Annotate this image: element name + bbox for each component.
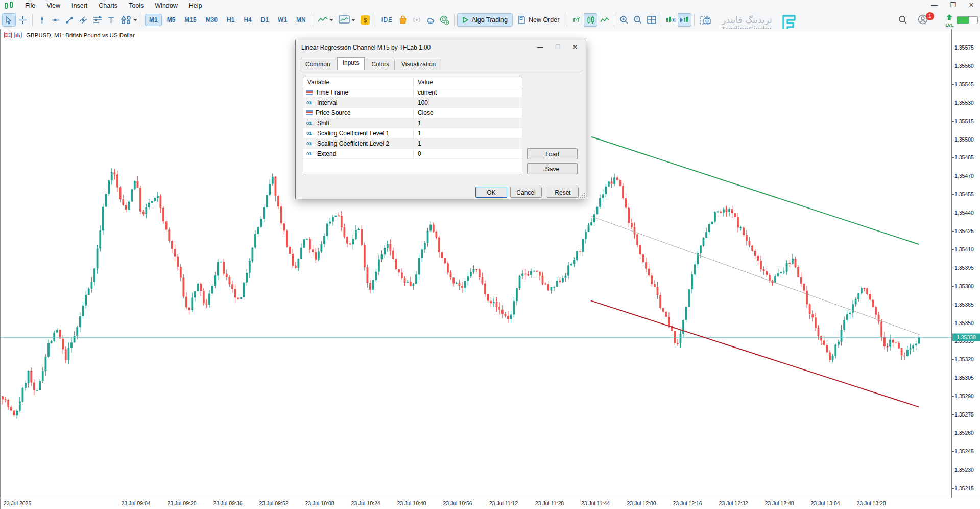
timeframe-m30-button[interactable]: M30 bbox=[202, 14, 222, 26]
price-tick-mark bbox=[952, 140, 954, 140]
price-tick-mark bbox=[952, 66, 954, 66]
reset-button[interactable]: Reset bbox=[547, 187, 579, 198]
time-tick-label: 23 Jul 12:48 bbox=[764, 500, 794, 506]
param-value[interactable]: 1 bbox=[414, 130, 522, 137]
menu-item-file[interactable]: File bbox=[19, 1, 41, 10]
cursor-tool-button[interactable] bbox=[2, 13, 16, 27]
market-bag-button[interactable] bbox=[396, 13, 410, 27]
time-axis[interactable]: 23 Jul 202523 Jul 09:0423 Jul 09:2023 Ju… bbox=[1, 498, 980, 509]
chart-type-button[interactable] bbox=[316, 13, 336, 27]
timeframe-w1-button[interactable]: W1 bbox=[274, 14, 291, 26]
dialog-title: Linear Regression Channel MT5 by TFLab 1… bbox=[296, 44, 431, 51]
channel-upper-line bbox=[591, 137, 919, 245]
account-button[interactable]: 1 bbox=[918, 14, 930, 26]
close-button[interactable]: ✕ bbox=[966, 1, 977, 10]
metaeditor-ide-button[interactable]: IDE bbox=[378, 13, 396, 27]
auto-scroll-button[interactable] bbox=[678, 13, 691, 27]
load-button[interactable]: Load bbox=[527, 148, 578, 159]
dialog-close-button[interactable]: ✕ bbox=[566, 40, 584, 54]
time-tick-label: 23 Jul 12:00 bbox=[627, 500, 656, 506]
param-row-time-frame[interactable]: Time Framecurrent bbox=[303, 87, 522, 98]
shapes-tool-button[interactable] bbox=[118, 13, 139, 27]
level-indicator[interactable]: LVL bbox=[946, 14, 953, 28]
timeframe-m5-button[interactable]: M5 bbox=[163, 14, 180, 26]
menu-item-window[interactable]: Window bbox=[149, 1, 183, 10]
horizontal-line-tool-button[interactable] bbox=[49, 13, 63, 27]
line-chart-view-button[interactable] bbox=[597, 13, 611, 27]
timeframe-d1-button[interactable]: D1 bbox=[257, 14, 273, 26]
param-row-price-source[interactable]: Price SourceClose bbox=[303, 108, 522, 118]
timeframe-h4-button[interactable]: H4 bbox=[240, 14, 255, 26]
menu-item-help[interactable]: Help bbox=[183, 1, 208, 10]
timeframe-m15-button[interactable]: M15 bbox=[180, 14, 200, 26]
save-button[interactable]: Save bbox=[527, 163, 578, 174]
menu-item-tools[interactable]: Tools bbox=[123, 1, 149, 10]
symbol-title: GBPUSD, M1: British Pound vs US Dollar bbox=[26, 32, 135, 38]
trendline-tool-button[interactable] bbox=[63, 13, 77, 27]
menu-item-insert[interactable]: Insert bbox=[66, 1, 93, 10]
price-axis[interactable]: 1.355751.355601.355451.355301.355151.355… bbox=[951, 29, 980, 498]
shift-end-button[interactable] bbox=[664, 13, 678, 27]
dialog-minimize-button[interactable]: — bbox=[532, 40, 549, 54]
time-tick-label: 23 Jul 10:56 bbox=[443, 500, 472, 506]
price-tick-label: 1.35500 bbox=[954, 136, 974, 143]
time-tick-label: 23 Jul 2025 bbox=[4, 500, 31, 506]
play-icon bbox=[462, 16, 469, 24]
price-tick-label: 1.35455 bbox=[954, 191, 974, 197]
time-tick-label: 23 Jul 13:20 bbox=[856, 500, 886, 506]
param-value[interactable]: 100 bbox=[414, 99, 522, 106]
dialog-titlebar[interactable]: Linear Regression Channel MT5 by TFLab 1… bbox=[296, 40, 586, 55]
resize-grip[interactable] bbox=[580, 193, 585, 198]
screenshot-button[interactable] bbox=[697, 13, 714, 27]
menu-item-charts[interactable]: Charts bbox=[93, 1, 123, 10]
vps-cloud-button[interactable] bbox=[424, 13, 438, 27]
dialog-tab-colors[interactable]: Colors bbox=[366, 59, 395, 70]
zoom-in-button[interactable] bbox=[617, 13, 631, 27]
dialog-tab-inputs[interactable]: Inputs bbox=[337, 57, 365, 70]
channel-tool-button[interactable] bbox=[77, 13, 90, 27]
timeframe-m1-button[interactable]: M1 bbox=[145, 14, 162, 26]
crosshair-tool-button[interactable] bbox=[16, 13, 30, 27]
candlestick-view-button[interactable] bbox=[584, 13, 597, 27]
tile-windows-button[interactable] bbox=[644, 13, 658, 27]
param-value[interactable]: current bbox=[414, 89, 522, 96]
param-row-scaling-coefficient-level-2[interactable]: 01Scaling Coefficient Level 21 bbox=[303, 138, 522, 149]
fibonacci-tool-button[interactable] bbox=[90, 13, 104, 27]
param-value[interactable]: 0 bbox=[414, 150, 522, 157]
chart-profile-button[interactable] bbox=[336, 13, 358, 27]
ide-label: IDE bbox=[381, 16, 393, 24]
timeframe-h1-button[interactable]: H1 bbox=[223, 14, 238, 26]
price-tick-mark bbox=[952, 433, 954, 433]
dialog-maximize-button[interactable]: ☐ bbox=[549, 40, 566, 54]
menu-item-view[interactable]: View bbox=[41, 1, 66, 10]
dialog-tab-visualization[interactable]: Visualization bbox=[396, 59, 441, 70]
text-tool-button[interactable] bbox=[104, 13, 118, 27]
algo-trading-button[interactable]: Algo Trading bbox=[457, 13, 513, 27]
search-icon[interactable] bbox=[898, 15, 907, 25]
minimize-button[interactable]: — bbox=[929, 1, 940, 10]
signals-button[interactable] bbox=[410, 13, 424, 27]
zoom-out-button[interactable] bbox=[631, 13, 644, 27]
param-row-interval[interactable]: 01Interval100 bbox=[303, 98, 522, 108]
new-order-button[interactable]: New Order bbox=[513, 13, 564, 27]
timeframe-mn-button[interactable]: MN bbox=[292, 14, 310, 26]
vertical-line-tool-button[interactable] bbox=[35, 13, 49, 27]
price-tick-mark bbox=[952, 231, 954, 232]
price-tick-label: 1.35515 bbox=[954, 118, 974, 124]
param-value[interactable]: 1 bbox=[414, 120, 522, 127]
param-row-extend[interactable]: 01Extend0 bbox=[303, 149, 522, 159]
price-tick-mark bbox=[952, 268, 954, 268]
param-row-shift[interactable]: 01Shift1 bbox=[303, 118, 522, 128]
numeric-param-icon: 01 bbox=[306, 151, 314, 156]
ok-button[interactable]: OK bbox=[475, 187, 507, 198]
param-value[interactable]: Close bbox=[414, 109, 522, 117]
search-pattern-button[interactable] bbox=[438, 13, 451, 27]
trade-dollar-button[interactable]: $ bbox=[358, 13, 372, 27]
cancel-button[interactable]: Cancel bbox=[510, 187, 542, 198]
time-tick-label: 23 Jul 10:40 bbox=[397, 500, 426, 506]
param-value[interactable]: 1 bbox=[414, 140, 522, 147]
restore-button[interactable]: ❐ bbox=[947, 1, 959, 10]
dialog-tab-common[interactable]: Common bbox=[300, 59, 336, 70]
param-row-scaling-coefficient-level-1[interactable]: 01Scaling Coefficient Level 11 bbox=[303, 128, 522, 138]
tick-chart-button[interactable] bbox=[570, 13, 584, 27]
